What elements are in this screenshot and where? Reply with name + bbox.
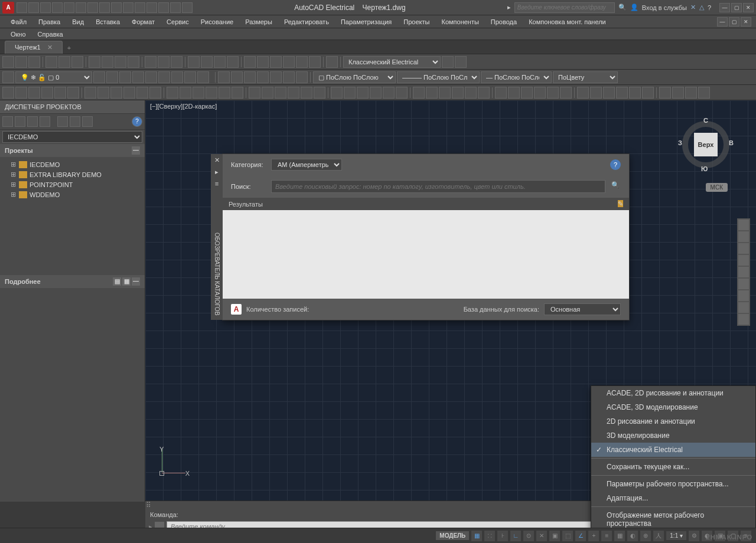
tb-elec-48[interactable] <box>659 87 671 99</box>
tb-elec-46[interactable] <box>629 87 641 99</box>
tb-elec-0[interactable] <box>2 87 14 99</box>
menu-dimension[interactable]: Размеры <box>239 17 278 27</box>
qat-btn13[interactable] <box>158 2 169 13</box>
tb-elec-33[interactable] <box>452 87 464 99</box>
tb-zoomprev-icon[interactable] <box>214 56 226 68</box>
tb-elec-29[interactable] <box>396 87 408 99</box>
tb-elec-15[interactable] <box>206 87 217 99</box>
dialog-pin-icon[interactable]: ▸ <box>213 168 221 176</box>
tb-elec-20[interactable] <box>275 87 286 99</box>
tb-elec-2[interactable] <box>28 87 40 99</box>
tb-elec-8[interactable] <box>110 87 122 99</box>
tb-plot-icon[interactable] <box>45 56 57 68</box>
tb-layerstate-icon[interactable] <box>93 71 105 83</box>
tb-preview-icon[interactable] <box>58 56 70 68</box>
tb-l7[interactable] <box>184 71 196 83</box>
tb-zoomwin-icon[interactable] <box>227 56 239 68</box>
tb-elec-47[interactable] <box>642 87 654 99</box>
nav-btn9[interactable] <box>738 314 749 325</box>
sb-btn3[interactable] <box>27 116 38 127</box>
tb-elec-22[interactable] <box>301 87 312 99</box>
qat-chevron-down-icon[interactable] <box>182 2 193 13</box>
tb-l3[interactable] <box>132 71 144 83</box>
signin-icon[interactable]: 👤 <box>630 4 638 11</box>
nav-wheel-icon[interactable] <box>738 220 749 230</box>
sb-btn7[interactable] <box>82 116 93 127</box>
qat-btn12[interactable] <box>146 2 157 13</box>
minimize-button[interactable]: — <box>719 3 730 12</box>
tb-elec-3[interactable] <box>41 87 53 99</box>
viewcube-north[interactable]: С <box>703 117 708 124</box>
doc-maximize-button[interactable]: ▢ <box>729 17 739 27</box>
tb-elec-5[interactable] <box>67 87 79 99</box>
tb-ws-settings-icon[interactable] <box>442 56 454 68</box>
dialog-help-icon[interactable]: ? <box>610 159 621 170</box>
tb-markup-icon[interactable] <box>296 56 308 68</box>
viewport-label[interactable]: [−][Сверху][2D-каркас] <box>150 103 217 110</box>
status-3dosnap-icon[interactable]: ⬚ <box>562 531 573 541</box>
viewcube[interactable]: Верх С Ю В З <box>673 112 738 177</box>
viewcube-south[interactable]: Ю <box>701 165 708 172</box>
ctx-acade-2d[interactable]: ACADE, 2D рисование и аннотации <box>591 386 755 400</box>
tb-redo-icon[interactable] <box>171 56 183 68</box>
detail-view1-icon[interactable]: ▤ <box>113 277 121 286</box>
tb-elec-19[interactable] <box>262 87 273 99</box>
ctx-saveas[interactable]: Сохранить текущее как... <box>591 460 755 474</box>
close-tab-icon[interactable]: ✕ <box>47 44 53 51</box>
tb-elec-45[interactable] <box>616 87 628 99</box>
tb-p7[interactable] <box>296 71 308 83</box>
tb-elec-1[interactable] <box>15 87 27 99</box>
tb-elec-10[interactable] <box>136 87 148 99</box>
help-icon[interactable]: ? <box>708 4 711 11</box>
nav-btn8[interactable] <box>738 302 749 313</box>
qat-btn10[interactable] <box>123 2 133 13</box>
tb-elec-37[interactable] <box>508 87 520 99</box>
tree-item-extralib[interactable]: ⊞EXTRA LIBRARY DEMO <box>2 169 142 179</box>
nav-btn7[interactable] <box>738 290 749 301</box>
tb-pan-icon[interactable] <box>188 56 200 68</box>
exchange-icon[interactable]: ✕ <box>690 4 696 11</box>
tb-elec-4[interactable] <box>54 87 66 99</box>
status-model-button[interactable]: МОДЕЛЬ <box>436 531 469 540</box>
status-annomon-icon[interactable]: ⊕ <box>640 531 651 541</box>
status-polar-icon[interactable]: ⊙ <box>523 531 534 541</box>
tb-p6[interactable] <box>283 71 295 83</box>
tb-designctr-icon[interactable] <box>257 56 269 68</box>
tb-layer-icon[interactable] <box>2 71 14 83</box>
sb-new-proj-icon[interactable] <box>2 116 13 127</box>
status-dyn-icon[interactable]: + <box>588 531 599 541</box>
a360-icon[interactable]: △ <box>699 4 704 11</box>
tb-elec-25[interactable] <box>344 87 356 99</box>
menu-edit[interactable]: Правка <box>32 17 66 27</box>
ctx-customize[interactable]: Адаптация... <box>591 491 755 505</box>
tb-elec-51[interactable] <box>698 87 710 99</box>
qat-btn11[interactable] <box>135 2 145 13</box>
qat-btn9[interactable] <box>111 2 122 13</box>
menu-window[interactable]: Окно <box>5 29 32 40</box>
tb-elec-50[interactable] <box>685 87 697 99</box>
doc-minimize-button[interactable]: — <box>717 17 728 27</box>
tb-elec-28[interactable] <box>383 87 395 99</box>
tb-cut-icon[interactable] <box>89 56 100 68</box>
qat-saveas-icon[interactable] <box>52 2 63 13</box>
ctx-ws-settings[interactable]: Параметры рабочего пространства... <box>591 477 755 491</box>
tb-elec-16[interactable] <box>219 87 230 99</box>
menu-panel[interactable]: Компоновка монт. панели <box>523 17 612 27</box>
tb-match-icon[interactable] <box>128 56 139 68</box>
tb-elec-38[interactable] <box>521 87 533 99</box>
project-select-dropdown[interactable]: IECDEMO <box>2 131 142 143</box>
tb-undo-icon[interactable] <box>158 56 170 68</box>
tb-elec-18[interactable] <box>249 87 260 99</box>
tb-props-icon[interactable] <box>244 56 256 68</box>
menu-view[interactable]: Вид <box>66 17 90 27</box>
tb-l5[interactable] <box>158 71 170 83</box>
status-cycle-icon[interactable]: ◐ <box>627 531 638 541</box>
plotstyle-dropdown[interactable]: ПоЦвету <box>553 71 618 83</box>
status-annoscale-icon[interactable]: 人 <box>653 531 664 541</box>
status-scale-dropdown[interactable]: 1:1 ▾ <box>666 531 686 540</box>
ctx-classic-electrical[interactable]: Классический Electrical <box>591 443 755 457</box>
qat-btn14[interactable] <box>170 2 181 13</box>
tb-sheetset-icon[interactable] <box>283 56 295 68</box>
nav-zoom-icon[interactable] <box>738 243 749 254</box>
sb-help-icon[interactable]: ? <box>132 116 142 127</box>
